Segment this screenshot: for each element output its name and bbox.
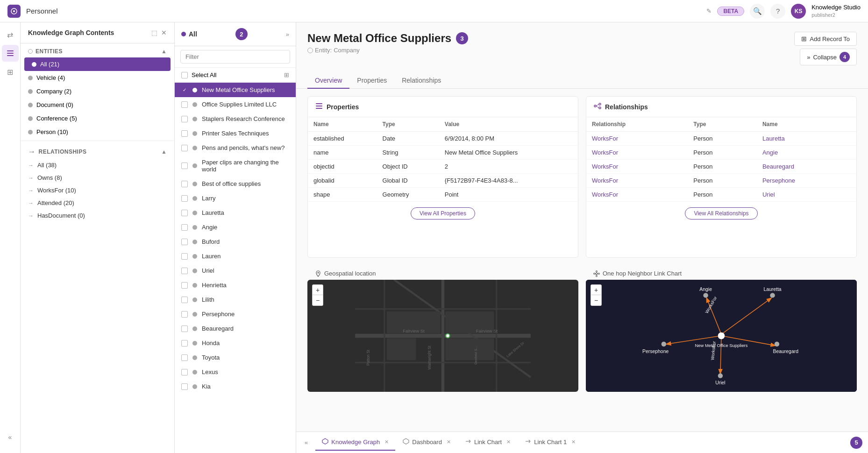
list-item[interactable]: Lauretta	[175, 205, 296, 220]
rel-worksfor-link[interactable]: WorksFor	[592, 177, 618, 184]
beta-badge[interactable]: BETA	[717, 7, 744, 16]
rel-worksfor-link[interactable]: WorksFor	[592, 191, 618, 198]
item-checkbox[interactable]	[181, 210, 188, 216]
list-item[interactable]: Paper clips are changing the world	[175, 155, 296, 177]
item-checkbox[interactable]	[181, 354, 188, 361]
item-checkbox[interactable]	[181, 101, 188, 108]
item-checkbox[interactable]	[181, 239, 188, 245]
rel-worksfor-link[interactable]: WorksFor	[592, 149, 618, 156]
select-all-checkbox[interactable]	[181, 72, 188, 78]
list-item[interactable]: Persephone	[175, 307, 296, 321]
zoom-in-btn[interactable]: +	[313, 285, 323, 295]
icon-bar-layers[interactable]	[2, 45, 19, 62]
list-view-icon[interactable]: ⊞	[284, 71, 289, 78]
graph-zoom-in-btn[interactable]: +	[591, 285, 601, 295]
list-item[interactable]: Angie	[175, 220, 296, 234]
expand-icon[interactable]: ⬚	[151, 29, 157, 36]
rel-item-worksfor[interactable]: → WorksFor (10)	[21, 184, 174, 197]
search-button[interactable]: 🔍	[750, 4, 765, 19]
item-checkbox[interactable]	[181, 224, 188, 231]
list-item[interactable]: Printer Sales Techniques	[175, 126, 296, 141]
list-item-selected[interactable]: ✓ New Metal Office Suppliers	[175, 83, 296, 97]
list-item[interactable]: Honda	[175, 336, 296, 350]
tab-properties[interactable]: Properties	[349, 73, 394, 89]
svg-text:Persephone: Persephone	[642, 349, 669, 354]
entity-item-document[interactable]: Document (0)	[21, 98, 174, 112]
filter-input[interactable]	[180, 50, 290, 64]
list-item[interactable]: Office Supplies Limited LLC	[175, 97, 296, 112]
collapse-sidebar-btn[interactable]: «	[2, 429, 19, 446]
item-checkbox[interactable]	[181, 181, 188, 187]
collapse-left-btn[interactable]: «	[302, 436, 311, 449]
entity-item-all[interactable]: All (21)	[24, 57, 171, 71]
btab-kg-close[interactable]: ✕	[384, 439, 389, 445]
list-item[interactable]: Buford	[175, 234, 296, 249]
tab-overview[interactable]: Overview	[307, 73, 349, 89]
list-item[interactable]: Pens and pencils, what's new?	[175, 141, 296, 155]
help-button[interactable]: ?	[770, 4, 785, 19]
relationships-toggle[interactable]: ▲	[161, 149, 167, 155]
rel-item-all[interactable]: → All (38)	[21, 159, 174, 171]
rel-item-attended[interactable]: → Attended (20)	[21, 197, 174, 209]
add-record-btn[interactable]: ⊞ Add Record To	[794, 32, 857, 46]
btab-dashboard[interactable]: Dashboard ✕	[396, 434, 457, 451]
rel-item-owns[interactable]: → Owns (8)	[21, 171, 174, 184]
rel-name-link[interactable]: Lauretta	[762, 135, 785, 142]
item-checkbox[interactable]	[181, 116, 188, 122]
list-item[interactable]: Best of office supplies	[175, 177, 296, 191]
btab-link-chart[interactable]: Link Chart ✕	[458, 434, 517, 451]
list-item[interactable]: Toyota	[175, 350, 296, 365]
graph-zoom-out-btn[interactable]: −	[591, 295, 601, 305]
item-checkbox[interactable]	[181, 268, 188, 274]
list-item[interactable]: Kia	[175, 379, 296, 394]
entity-item-person[interactable]: Person (10)	[21, 125, 174, 139]
entity-item-vehicle[interactable]: Vehicle (4)	[21, 71, 174, 85]
btab-link-chart-1-close[interactable]: ✕	[571, 439, 576, 445]
btab-knowledge-graph[interactable]: Knowledge Graph ✕	[315, 434, 395, 451]
entity-item-company[interactable]: Company (2)	[21, 85, 174, 98]
rel-name-link[interactable]: Beauregard	[762, 163, 794, 170]
icon-bar-switch[interactable]: ⇄	[2, 26, 19, 43]
item-checkbox[interactable]	[181, 130, 188, 137]
list-item[interactable]: Larry	[175, 191, 296, 205]
item-checkbox[interactable]	[181, 253, 188, 260]
list-item[interactable]: Uriel	[175, 263, 296, 278]
item-checkbox[interactable]	[181, 145, 188, 151]
btab-link-chart-1[interactable]: Link Chart 1 ✕	[518, 434, 582, 451]
list-item[interactable]: Staplers Research Conference	[175, 112, 296, 126]
entities-toggle[interactable]: ▲	[161, 48, 167, 55]
list-item[interactable]: Lexus	[175, 365, 296, 379]
item-checkbox[interactable]	[181, 340, 188, 347]
rel-worksfor-link[interactable]: WorksFor	[592, 163, 618, 170]
item-checkbox[interactable]	[181, 282, 188, 289]
list-item[interactable]: Henrietta	[175, 278, 296, 292]
btab-link-chart-close[interactable]: ✕	[506, 439, 511, 445]
item-checkbox[interactable]	[181, 311, 188, 318]
item-checkbox[interactable]	[181, 326, 188, 332]
btab-dashboard-close[interactable]: ✕	[447, 439, 451, 445]
item-checkbox[interactable]	[181, 163, 188, 169]
close-icon[interactable]: ✕	[161, 29, 167, 36]
tab-relationships[interactable]: Relationships	[394, 73, 448, 89]
item-checkbox[interactable]	[181, 195, 188, 202]
rel-item-hasdocument[interactable]: → HasDocument (0)	[21, 209, 174, 222]
entity-item-conference[interactable]: Conference (5)	[21, 112, 174, 125]
rel-name-link[interactable]: Uriel	[762, 191, 775, 198]
item-checkbox[interactable]	[181, 369, 188, 375]
zoom-out-btn[interactable]: −	[313, 295, 323, 305]
edit-icon[interactable]: ✎	[706, 7, 711, 14]
collapse-middle-btn[interactable]: »	[286, 31, 289, 38]
view-all-relationships-btn[interactable]: View All Relationships	[685, 207, 757, 219]
list-item[interactable]: Lauren	[175, 249, 296, 263]
rel-name-link[interactable]: Persephone	[762, 177, 795, 184]
list-item[interactable]: Lilith	[175, 292, 296, 307]
item-checkbox[interactable]	[181, 297, 188, 303]
collapse-btn[interactable]: » Collapse 4	[800, 49, 857, 65]
rel-name-link[interactable]: Angie	[762, 149, 778, 156]
view-all-properties-btn[interactable]: View All Properties	[411, 207, 475, 219]
rel-worksfor-link[interactable]: WorksFor	[592, 135, 618, 142]
item-checkbox[interactable]	[181, 383, 188, 390]
icon-bar-grid[interactable]: ⊞	[2, 64, 19, 80]
list-item[interactable]: Beauregard	[175, 321, 296, 336]
item-checkbox-selected[interactable]: ✓	[181, 87, 188, 93]
